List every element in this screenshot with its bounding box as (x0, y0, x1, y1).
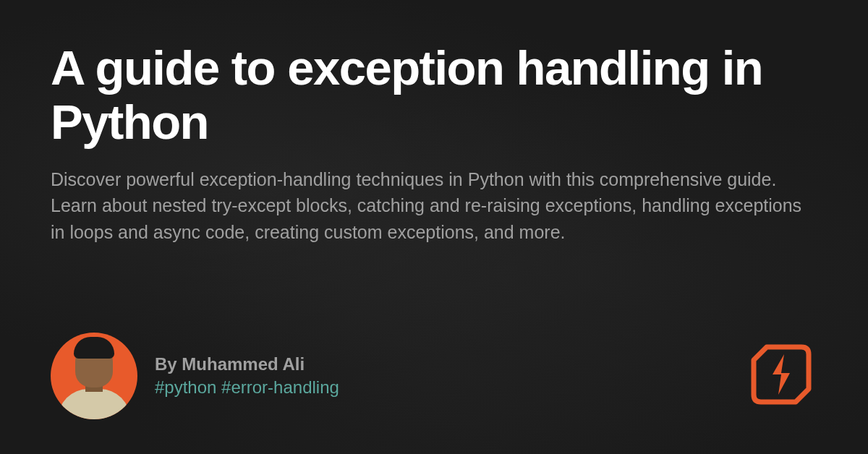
author-byline: By Muhammed Ali (155, 354, 339, 374)
brand-logo-icon (745, 338, 817, 414)
footer-section: By Muhammed Ali #python #error-handling (51, 333, 817, 419)
article-title: A guide to exception handling in Python (51, 40, 817, 149)
article-tags: #python #error-handling (155, 377, 339, 398)
author-section: By Muhammed Ali #python #error-handling (51, 333, 339, 419)
author-avatar (51, 333, 137, 419)
article-description: Discover powerful exception-handling tec… (51, 166, 817, 245)
author-info: By Muhammed Ali #python #error-handling (155, 354, 339, 398)
